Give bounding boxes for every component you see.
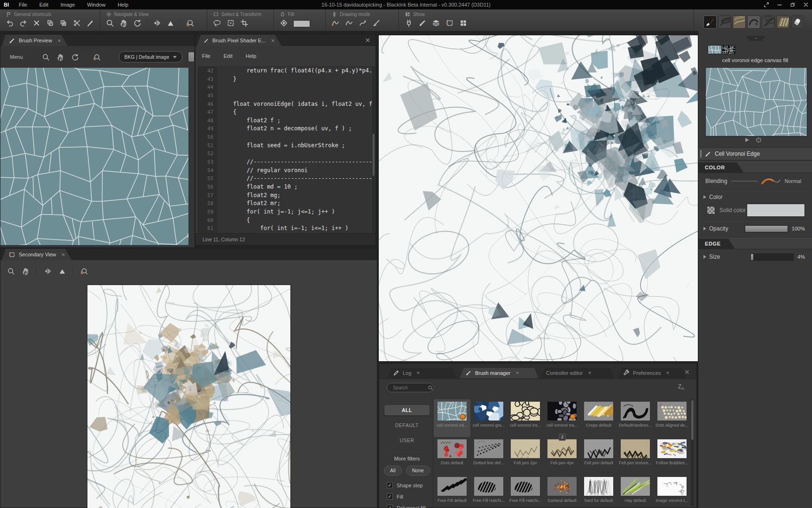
brush-item[interactable]: image voronoi t...	[654, 475, 690, 508]
brush-variant-swatch-2[interactable]	[721, 45, 735, 54]
menu-file[interactable]: File	[14, 1, 32, 8]
preview-swatch-button[interactable]	[188, 52, 195, 62]
brush-item[interactable]: Dots default	[434, 437, 470, 475]
preset-eraser[interactable]	[791, 16, 804, 29]
magnifier-icon[interactable]	[7, 267, 15, 275]
search-field[interactable]	[387, 383, 434, 392]
zoom-reset-icon[interactable]	[80, 267, 88, 275]
brush-item[interactable]: Dots aligned de...	[654, 399, 690, 437]
brush-item[interactable]: Dotted line def...	[470, 437, 507, 475]
delete-cross-icon[interactable]	[32, 19, 41, 27]
tab-brush-manager[interactable]: Brush manager✕	[460, 368, 539, 378]
editor-menu-help[interactable]: Help	[239, 51, 263, 61]
close-icon[interactable]: ✕	[416, 371, 420, 375]
code-editor[interactable]: 42 return frac( float4((p4.x + p4.y)*p4.…	[198, 66, 375, 236]
brush-item[interactable]: hard fur default	[580, 475, 617, 508]
background-select[interactable]: BKG | Default image	[119, 51, 183, 63]
tab-preferences[interactable]: Preferences✕	[617, 368, 687, 378]
fill-diamond-icon[interactable]	[280, 19, 288, 27]
tab-edge-section[interactable]: EDGE	[698, 238, 735, 249]
brush-item[interactable]: cell voronoi ed...	[434, 399, 470, 437]
filter-polygonal-fill[interactable]: ✓Polygonal fill	[387, 505, 433, 508]
rotate-view-icon[interactable]	[71, 53, 79, 61]
stroke-angle-icon[interactable]	[372, 19, 381, 27]
expand-caret-icon[interactable]	[703, 227, 706, 230]
quick-filter-all[interactable]: All	[384, 466, 402, 476]
brush-item[interactable]: Felt pen default	[580, 437, 617, 475]
search-input[interactable]	[392, 385, 428, 391]
undo-icon[interactable]	[6, 19, 14, 27]
category-user[interactable]: USER	[384, 435, 429, 445]
scissors-icon[interactable]	[73, 19, 81, 27]
grid-scrollbar[interactable]	[691, 399, 694, 506]
expand-caret-icon[interactable]	[703, 195, 706, 199]
close-icon[interactable]: ✕	[588, 371, 592, 375]
brush-item[interactable]: Free Fill default	[434, 475, 470, 508]
preset-tex-swoosh[interactable]	[747, 16, 760, 29]
brush-item[interactable]: cell voronoi tra...	[507, 399, 544, 437]
category-all[interactable]: ALL	[384, 405, 429, 415]
brush-item[interactable]: Follow Bubbles...	[654, 437, 690, 475]
brush-item[interactable]: cell voronoi gra...	[470, 399, 507, 437]
checkbox-icon[interactable]: ✓	[387, 505, 393, 508]
size-slider[interactable]	[750, 254, 794, 261]
expand-caret-icon[interactable]	[703, 255, 706, 259]
grid-squares-icon[interactable]	[459, 19, 468, 27]
tab-brush-preview[interactable]: Brush Preview ✕	[2, 35, 68, 46]
ink-knife-icon[interactable]	[86, 19, 94, 27]
close-icon[interactable]: ✕	[61, 252, 65, 257]
detach-icon[interactable]	[763, 1, 770, 8]
tab-controller-editor[interactable]: Controller editor✕	[540, 368, 615, 378]
maximize-icon[interactable]	[789, 1, 796, 8]
hand-icon[interactable]	[56, 53, 64, 61]
close-icon[interactable]: ✕	[666, 371, 670, 375]
paste-layer-icon[interactable]	[59, 19, 68, 27]
brush-item[interactable]: DefaultHardnes...	[617, 399, 654, 437]
checker-swatch-icon[interactable]	[707, 206, 715, 214]
window-close-icon[interactable]	[365, 37, 371, 43]
color-group-row[interactable]: Color	[698, 193, 812, 201]
preset-tex-feather[interactable]	[776, 16, 789, 29]
brush-item[interactable]: Free Fill Hatchi...	[470, 475, 507, 508]
tab-secondary-view[interactable]: Secondary View ✕	[2, 249, 72, 260]
filter-fill[interactable]: ✓Fill	[387, 493, 433, 500]
lasso-icon[interactable]	[213, 19, 221, 27]
secondary-view-canvas[interactable]	[87, 285, 290, 508]
zoom-reset-icon[interactable]	[186, 19, 195, 27]
menu-edit[interactable]: Edit	[34, 1, 54, 8]
collapse-panel-button[interactable]	[743, 36, 768, 41]
panel-close-icon[interactable]	[684, 369, 690, 375]
filter-shape-step[interactable]: ✓Shape step	[387, 482, 433, 488]
tab-log[interactable]: Log✕	[387, 368, 457, 378]
stroke-curve-icon[interactable]	[359, 19, 367, 27]
solid-color-value[interactable]	[747, 204, 805, 217]
brush-pen-icon[interactable]	[418, 19, 427, 27]
preset-tex-tan[interactable]	[733, 16, 746, 29]
stroke-loop-icon[interactable]	[345, 19, 353, 27]
close-icon[interactable]: ✕	[271, 38, 275, 43]
copy-layer-icon[interactable]	[46, 19, 55, 27]
play-icon[interactable]	[743, 136, 750, 143]
transform-box-icon[interactable]	[226, 19, 235, 27]
stroke-loop-o-icon[interactable]	[331, 19, 340, 27]
menu-image[interactable]: Image	[55, 1, 80, 8]
checkbox-icon[interactable]: ✓	[387, 482, 393, 488]
code-scrollbar[interactable]	[372, 67, 375, 234]
brush-preview-canvas[interactable]	[0, 68, 188, 245]
hand-icon[interactable]	[119, 19, 128, 27]
preset-tex-dark[interactable]	[718, 16, 731, 29]
brush-variant-swatch-1[interactable]	[708, 45, 722, 54]
frame-select-icon[interactable]	[445, 19, 454, 27]
plug-icon[interactable]	[405, 19, 413, 27]
opacity-slider[interactable]	[745, 225, 788, 232]
close-icon[interactable]: ✕	[57, 38, 61, 43]
mirror-flip-icon[interactable]	[153, 19, 161, 27]
menu-window[interactable]: Window	[82, 1, 110, 8]
quick-filter-none[interactable]: None	[406, 466, 430, 476]
close-icon[interactable]: ✕	[515, 371, 519, 375]
editor-menu-file[interactable]: File	[195, 51, 217, 61]
power-icon[interactable]	[755, 136, 762, 143]
preset-tex-diag[interactable]	[762, 16, 775, 29]
main-canvas[interactable]	[379, 35, 698, 361]
rotate-view-icon[interactable]	[133, 19, 141, 27]
